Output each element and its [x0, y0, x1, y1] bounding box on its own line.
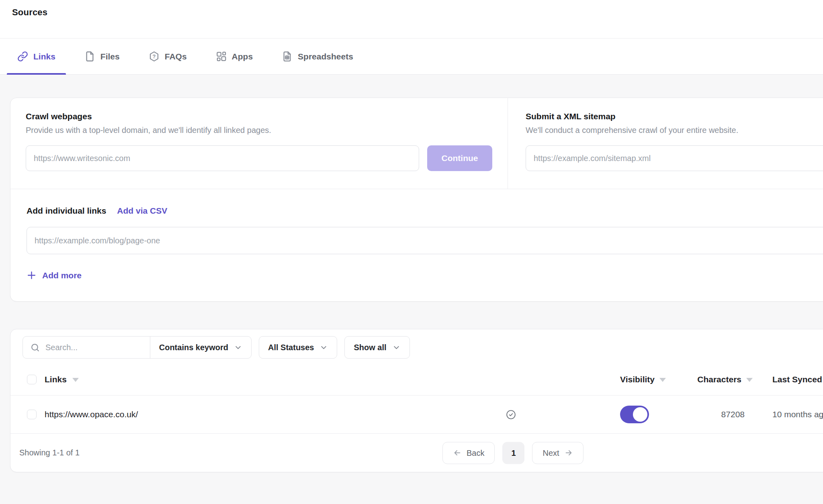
tab-spreadsheets[interactable]: Spreadsheets	[271, 39, 364, 74]
characters-column-label: Characters	[697, 375, 741, 384]
table-header: Links Visibility Characters Last Synced	[10, 363, 823, 396]
individual-links-section: Add individual links Add via CSV Add mor…	[10, 189, 823, 301]
visibility-filter-label: Show all	[354, 343, 386, 352]
visibility-toggle[interactable]	[620, 406, 649, 423]
crawl-url-input[interactable]	[26, 145, 419, 171]
sitemap-section: Submit a XML sitemap We'll conduct a com…	[508, 98, 823, 189]
pagination-controls: Back 1 Next	[442, 442, 583, 464]
visibility-column-label: Visibility	[620, 375, 655, 384]
chevron-down-icon	[234, 343, 242, 352]
tab-apps[interactable]: Apps	[205, 39, 264, 74]
row-status-cell	[493, 409, 529, 420]
page-header: Sources	[0, 0, 823, 39]
search-input[interactable]	[45, 343, 143, 352]
row-last-synced-value: 10 months ago	[772, 410, 823, 419]
keyword-filter-label: Contains keyword	[159, 343, 228, 352]
page-title: Sources	[12, 7, 811, 18]
arrow-left-icon	[453, 449, 462, 457]
page-1-button[interactable]: 1	[502, 442, 524, 464]
row-characters-value: 87208	[721, 410, 745, 419]
svg-text:?: ?	[152, 53, 156, 59]
characters-column-header[interactable]: Characters	[680, 375, 758, 384]
sitemap-title: Submit a XML sitemap	[526, 112, 823, 121]
status-filter-dropdown[interactable]: All Statuses	[259, 336, 337, 359]
tab-links[interactable]: Links	[7, 39, 66, 74]
crawl-description: Provide us with a top-level domain, and …	[26, 126, 492, 135]
continue-button[interactable]: Continue	[427, 145, 492, 171]
sources-card: Crawl webpages Provide us with a top-lev…	[10, 98, 823, 302]
tab-label: Links	[33, 52, 55, 61]
row-checkbox[interactable]	[27, 410, 37, 419]
next-button[interactable]: Next	[532, 442, 583, 464]
pagination-summary: Showing 1-1 of 1	[19, 448, 80, 457]
last-synced-column-label: Last Synced	[772, 375, 822, 384]
plus-icon	[27, 270, 37, 280]
sitemap-description: We'll conduct a comprehensive crawl of y…	[526, 126, 823, 135]
search-group: Contains keyword	[23, 336, 252, 359]
sitemap-url-input[interactable]	[526, 145, 823, 171]
row-select-cell	[10, 410, 37, 419]
search-section	[23, 337, 150, 358]
tab-faqs[interactable]: ? FAQs	[138, 39, 197, 74]
add-more-label: Add more	[42, 271, 82, 280]
visibility-column-header[interactable]: Visibility	[571, 375, 680, 384]
tab-files[interactable]: Files	[74, 39, 130, 74]
links-column-label: Links	[45, 375, 67, 384]
individual-link-input[interactable]	[27, 227, 823, 254]
individual-links-header: Add individual links Add via CSV	[27, 206, 823, 216]
tab-label: Files	[100, 52, 120, 61]
apps-icon	[216, 51, 227, 62]
table-row: https://www.opace.co.uk/ 87208 10 months…	[10, 396, 823, 434]
sitemap-input-row	[526, 145, 823, 171]
crawl-webpages-section: Crawl webpages Provide us with a top-lev…	[10, 98, 508, 189]
crawl-input-row: Continue	[26, 145, 492, 171]
link-icon	[17, 51, 28, 62]
arrow-right-icon	[564, 449, 573, 457]
search-icon	[30, 343, 40, 353]
toggle-knob	[633, 407, 647, 422]
file-icon	[84, 51, 95, 62]
next-button-label: Next	[543, 448, 559, 457]
last-synced-column-header[interactable]: Last Synced	[758, 375, 823, 384]
check-circle-icon	[506, 409, 516, 420]
sort-caret-icon	[659, 378, 666, 382]
tab-label: FAQs	[165, 52, 187, 61]
row-characters-cell: 87208	[680, 410, 758, 419]
select-all-checkbox[interactable]	[27, 375, 37, 384]
faq-icon: ?	[149, 51, 160, 62]
crawl-title: Crawl webpages	[26, 112, 492, 121]
individual-links-title: Add individual links	[27, 206, 106, 216]
row-visibility-cell	[571, 406, 680, 423]
back-button-label: Back	[467, 448, 484, 457]
sources-tabbar: Links Files ? FAQs Apps Spreadsheets	[0, 39, 823, 75]
links-table-card: Contains keyword All Statuses Show all L…	[10, 329, 823, 472]
crawl-grid: Crawl webpages Provide us with a top-lev…	[10, 98, 823, 189]
status-filter-label: All Statuses	[268, 343, 314, 352]
add-more-button[interactable]: Add more	[27, 270, 82, 280]
add-via-csv-link[interactable]: Add via CSV	[117, 206, 167, 216]
select-all-cell	[10, 375, 37, 384]
back-button[interactable]: Back	[442, 442, 495, 464]
sort-caret-icon	[746, 378, 753, 382]
sort-caret-icon	[72, 378, 79, 382]
links-column-header[interactable]: Links	[37, 375, 493, 384]
visibility-filter-dropdown[interactable]: Show all	[344, 336, 409, 359]
tab-label: Spreadsheets	[298, 52, 353, 61]
tab-label: Apps	[232, 52, 253, 61]
table-footer: Showing 1-1 of 1 Back 1 Next	[10, 434, 823, 472]
spreadsheet-icon	[282, 51, 293, 62]
row-url: https://www.opace.co.uk/	[45, 410, 138, 419]
chevron-down-icon	[319, 343, 328, 352]
filterbar: Contains keyword All Statuses Show all	[10, 329, 823, 363]
keyword-filter-dropdown[interactable]: Contains keyword	[150, 337, 251, 358]
row-link-cell: https://www.opace.co.uk/	[37, 410, 493, 419]
row-last-synced-cell: 10 months ago	[758, 410, 823, 419]
chevron-down-icon	[392, 343, 401, 352]
